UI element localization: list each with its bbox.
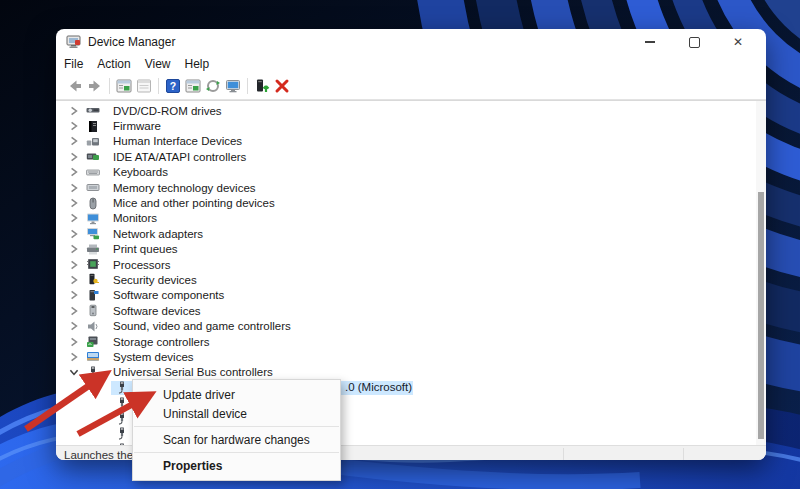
firmware-icon: [86, 120, 100, 133]
usb-icon: [86, 366, 100, 379]
chevron-right-icon[interactable]: [68, 166, 80, 178]
tree-item-keyboards[interactable]: Keyboards: [56, 165, 754, 180]
chevron-right-icon[interactable]: [68, 259, 80, 271]
menu-help[interactable]: Help: [178, 57, 217, 71]
export-list-icon: [136, 78, 152, 94]
tree-item-label: Firmware: [113, 120, 161, 132]
tree-item-ide-ata-atapi-controllers[interactable]: IDE ATA/ATAPI controllers: [56, 149, 754, 164]
scrollbar-thumb[interactable]: [758, 192, 764, 439]
printer-icon: [86, 243, 100, 256]
statusbar-divider: [563, 448, 564, 460]
chevron-right-icon[interactable]: [68, 289, 80, 301]
tree-item-label: DVD/CD-ROM drives: [113, 105, 222, 117]
security-icon: [86, 273, 100, 286]
tree-item-sound-video-and-game-controllers[interactable]: Sound, video and game controllers: [56, 318, 754, 333]
menu-action[interactable]: Action: [90, 57, 137, 71]
system-icon: [86, 350, 100, 363]
swcomp-icon: [86, 289, 100, 302]
toolbar-export-list-button[interactable]: [136, 78, 153, 95]
toolbar-update-driver-button[interactable]: [254, 78, 271, 95]
chevron-right-icon[interactable]: [68, 351, 80, 363]
menu-view[interactable]: View: [138, 57, 178, 71]
update-driver-icon: [254, 78, 270, 94]
chevron-right-icon[interactable]: [68, 320, 80, 332]
menu-file[interactable]: File: [57, 57, 90, 71]
toolbar-separator: [247, 78, 248, 94]
network-icon: [86, 227, 100, 240]
tree-item-mice-and-other-pointing-devices[interactable]: Mice and other pointing devices: [56, 195, 754, 210]
titlebar[interactable]: Device Manager ✕: [56, 29, 766, 55]
tree-item-dvd-cd-rom-drives[interactable]: DVD/CD-ROM drives: [56, 103, 754, 118]
toolbar-uninstall-button[interactable]: [274, 78, 291, 95]
scan-hardware-icon: [225, 78, 241, 94]
tree-item-label: System devices: [113, 351, 194, 363]
tree-item-firmware[interactable]: Firmware: [56, 118, 754, 133]
minimize-button[interactable]: [628, 29, 672, 55]
chevron-right-icon[interactable]: [68, 105, 80, 117]
tree-item-software-components[interactable]: Software components: [56, 288, 754, 303]
tree-item-label: Storage controllers: [113, 336, 210, 348]
toolbar-back-button[interactable]: [67, 78, 84, 95]
chevron-right-icon[interactable]: [68, 120, 80, 132]
tree-item-storage-controllers[interactable]: Storage controllers: [56, 334, 754, 349]
chevron-down-icon[interactable]: [68, 366, 80, 378]
processor-icon: [86, 258, 100, 271]
chevron-right-icon[interactable]: [68, 305, 80, 317]
tree-item-label: Keyboards: [113, 166, 168, 178]
chevron-right-icon[interactable]: [68, 336, 80, 348]
refresh-icon: [205, 78, 221, 94]
tree-item-universal-serial-bus-controllers[interactable]: Universal Serial Bus controllers: [56, 365, 754, 380]
context-menu-item-uninstall-device[interactable]: Uninstall device: [133, 404, 340, 423]
tree-item-security-devices[interactable]: Security devices: [56, 272, 754, 287]
forward-icon: [87, 78, 103, 94]
maximize-button[interactable]: [672, 29, 716, 55]
toolbar-refresh-button[interactable]: [205, 78, 222, 95]
tree-item-print-queues[interactable]: Print queues: [56, 242, 754, 257]
chevron-right-icon[interactable]: [68, 274, 80, 286]
show-console-tree-icon: [116, 78, 132, 94]
tree-item-label: Security devices: [113, 274, 197, 286]
context-menu-item-update-driver[interactable]: Update driver: [133, 385, 340, 404]
tree-item-processors[interactable]: Processors: [56, 257, 754, 272]
vertical-scrollbar[interactable]: [756, 101, 766, 445]
chevron-right-icon[interactable]: [68, 182, 80, 194]
chevron-right-icon[interactable]: [68, 228, 80, 240]
chevron-right-icon[interactable]: [68, 212, 80, 224]
hid-icon: [86, 135, 100, 148]
close-icon: ✕: [733, 36, 743, 48]
toolbar-show-console-tree-button[interactable]: [116, 78, 133, 95]
context-menu-item-scan-for-hardware-changes[interactable]: Scan for hardware changes: [133, 430, 340, 449]
toolbar-properties-button[interactable]: [185, 78, 202, 95]
properties-icon: [185, 78, 201, 94]
chevron-right-icon[interactable]: [68, 151, 80, 163]
close-button[interactable]: ✕: [716, 29, 760, 55]
selected-device-visible-text: .0 (Microsoft): [345, 381, 412, 393]
context-menu-item-properties[interactable]: Properties: [133, 456, 340, 475]
chevron-right-icon[interactable]: [68, 135, 80, 147]
toolbar-help-button[interactable]: ?: [165, 78, 182, 95]
tree-item-monitors[interactable]: Monitors: [56, 211, 754, 226]
toolbar-scan-hardware-button[interactable]: [225, 78, 242, 95]
back-icon: [67, 78, 83, 94]
tree-item-system-devices[interactable]: System devices: [56, 349, 754, 364]
sound-icon: [86, 320, 100, 333]
toolbar-separator: [158, 78, 159, 94]
caption-buttons: ✕: [628, 29, 760, 55]
chevron-right-icon[interactable]: [68, 243, 80, 255]
usb-icon: [115, 397, 129, 410]
tree-item-human-interface-devices[interactable]: Human Interface Devices: [56, 134, 754, 149]
tree-item-software-devices[interactable]: Software devices: [56, 303, 754, 318]
keyboard-icon: [86, 166, 100, 179]
dvd-icon: [86, 104, 100, 117]
context-menu: Update driverUninstall deviceScan for ha…: [132, 379, 341, 481]
chevron-right-icon[interactable]: [68, 197, 80, 209]
tree-item-label: IDE ATA/ATAPI controllers: [113, 151, 246, 163]
ide-icon: [86, 150, 100, 163]
toolbar-separator: [109, 78, 110, 94]
maximize-icon: [689, 37, 700, 48]
statusbar-divider: [683, 448, 684, 460]
menubar: FileActionViewHelp: [56, 55, 766, 73]
tree-item-network-adapters[interactable]: Network adapters: [56, 226, 754, 241]
toolbar-forward-button[interactable]: [87, 78, 104, 95]
tree-item-memory-technology-devices[interactable]: Memory technology devices: [56, 180, 754, 195]
